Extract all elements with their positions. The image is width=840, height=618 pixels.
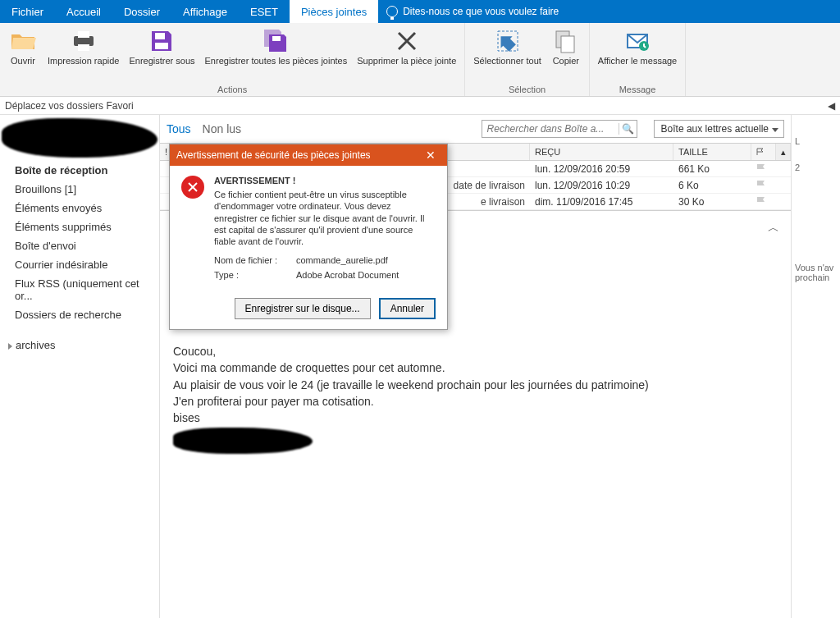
message-body: Coucou, Voici ma commande de croquettes …	[173, 343, 778, 454]
security-warning-dialog: Avertissement de sécurité des pièces joi…	[169, 144, 448, 330]
ribbon-enregistrer-sous[interactable]: Enregistrer sous	[124, 25, 199, 83]
sidebar-archives-label: archives	[16, 339, 55, 351]
ribbon-group-label: Message	[619, 83, 656, 96]
svg-rect-4	[155, 43, 168, 49]
ribbon-label: Copier	[553, 56, 579, 66]
col-recu[interactable]: REÇU	[530, 144, 673, 160]
col-flag[interactable]	[751, 144, 776, 160]
file-label: Nom de fichier :	[214, 255, 296, 265]
svg-rect-2	[78, 44, 89, 51]
search-input[interactable]	[482, 123, 619, 135]
filter-unread[interactable]: Non lus	[203, 122, 241, 135]
cancel-button[interactable]: Annuler	[379, 298, 436, 319]
tab-fichier[interactable]: Fichier	[0, 0, 55, 23]
ribbon-ouvrir[interactable]: Ouvrir	[3, 25, 43, 83]
svg-rect-1	[78, 31, 89, 38]
folder-sidebar: Boîte de réception Brouillons [1] Élémen…	[0, 115, 160, 618]
ribbon-selectionner-tout[interactable]: Sélectionner tout	[468, 25, 546, 83]
ribbon-group-actions: Ouvrir Impression rapide Enregistrer sou…	[0, 23, 465, 96]
search-box[interactable]: 🔍	[482, 120, 637, 138]
tab-affichage[interactable]: Affichage	[171, 0, 239, 23]
sidebar-sent[interactable]: Éléments envoyés	[0, 199, 159, 217]
ribbon-label: Enregistrer sous	[129, 56, 194, 66]
dialog-titlebar: Avertissement de sécurité des pièces joi…	[170, 144, 447, 166]
printer-icon	[71, 28, 97, 54]
row-flag[interactable]	[751, 180, 776, 191]
body-line: bises	[173, 410, 778, 426]
sidebar-archives[interactable]: archives	[0, 336, 159, 355]
rightpane-text: prochain	[795, 272, 837, 282]
save-icon	[148, 28, 175, 54]
importance-icon: !	[165, 147, 167, 157]
svg-rect-10	[561, 36, 574, 53]
copy-icon	[553, 28, 579, 54]
select-all-icon	[495, 28, 521, 54]
tell-me-search[interactable]: Dites-nous ce que vous voulez faire	[378, 0, 567, 23]
save-all-icon	[262, 28, 289, 54]
ribbon-group-label: Actions	[217, 83, 247, 96]
row-size: 6 Ko	[673, 180, 751, 191]
right-pane: L 2 Vous n'av prochain	[791, 115, 840, 618]
svg-rect-5	[272, 36, 281, 41]
rightpane-text: Vous n'av	[795, 263, 837, 272]
ribbon-supprimer-pj[interactable]: Supprimer la pièce jointe	[352, 25, 461, 83]
ribbon-label: Enregistrer toutes les pièces jointes	[205, 56, 348, 66]
sidebar-outbox[interactable]: Boîte d'envoi	[0, 236, 159, 255]
scroll-up-icon[interactable]: ▴	[776, 144, 791, 160]
close-icon[interactable]: ✕	[421, 149, 441, 162]
row-date: lun. 12/09/2016 20:59	[530, 163, 673, 175]
ribbon-group-message: Afficher le message Message	[590, 23, 686, 96]
filter-all[interactable]: Tous	[167, 122, 191, 135]
sidebar-inbox[interactable]: Boîte de réception	[0, 161, 159, 180]
ribbon-label: Sélectionner tout	[473, 56, 541, 66]
sidebar-deleted[interactable]: Éléments supprimés	[0, 217, 159, 236]
list-header: Tous Non lus 🔍 Boîte aux lettres actuell…	[160, 115, 791, 143]
flag-icon	[756, 196, 766, 204]
ribbon-afficher-message[interactable]: Afficher le message	[593, 25, 682, 83]
favorites-bar: Déplacez vos dossiers Favori ◀	[0, 97, 840, 115]
dialog-paragraph: Ce fichier contient peut-être un virus s…	[214, 189, 436, 247]
tab-eset[interactable]: ESET	[239, 0, 290, 23]
bulb-icon	[386, 6, 398, 17]
col-taille[interactable]: TAILLE	[673, 144, 751, 160]
ribbon-label: Afficher le message	[598, 56, 677, 66]
flag-icon	[756, 180, 766, 188]
favorites-collapse-icon[interactable]: ◀	[828, 100, 835, 112]
search-icon[interactable]: 🔍	[619, 123, 637, 135]
ribbon: Ouvrir Impression rapide Enregistrer sou…	[0, 23, 840, 97]
ribbon-enregistrer-toutes[interactable]: Enregistrer toutes les pièces jointes	[200, 25, 353, 83]
tab-dossier[interactable]: Dossier	[112, 0, 171, 23]
row-flag[interactable]	[751, 163, 776, 175]
save-to-disk-button[interactable]: Enregistrer sur le disque...	[235, 298, 371, 319]
file-value: commande_aurelie.pdf	[296, 255, 388, 265]
row-flag[interactable]	[751, 196, 776, 208]
body-line: Au plaisir de vous voir le 24 (je travai…	[173, 377, 778, 393]
sidebar-junk[interactable]: Courrier indésirable	[0, 255, 159, 274]
flag-icon	[756, 163, 766, 172]
redacted-signature	[173, 428, 313, 454]
ribbon-group-label: Sélection	[509, 83, 546, 96]
search-scope-dropdown[interactable]: Boîte aux lettres actuelle	[654, 120, 784, 138]
rightpane-label: L	[795, 136, 837, 146]
dialog-heading: AVERTISSEMENT !	[214, 176, 436, 185]
ribbon-impression-rapide[interactable]: Impression rapide	[43, 25, 124, 83]
message-icon	[624, 28, 651, 54]
body-line: Coucou,	[173, 343, 778, 359]
x-icon	[394, 28, 420, 54]
dialog-title: Avertissement de sécurité des pièces joi…	[176, 149, 371, 161]
rightpane-label: 2	[795, 163, 837, 172]
svg-rect-3	[155, 33, 165, 39]
collapse-header-icon[interactable]: ︿	[768, 221, 779, 236]
sidebar-search-folders[interactable]: Dossiers de recherche	[0, 305, 159, 324]
sidebar-drafts[interactable]: Brouillons [1]	[0, 180, 159, 199]
sidebar-rss[interactable]: Flux RSS (uniquement cet or...	[0, 274, 159, 305]
ribbon-copier[interactable]: Copier	[546, 25, 586, 83]
row-size: 661 Ko	[673, 163, 751, 175]
favorites-label: Déplacez vos dossiers Favori	[5, 100, 134, 112]
tab-accueil[interactable]: Accueil	[55, 0, 112, 23]
type-value: Adobe Acrobat Document	[296, 270, 399, 280]
ribbon-group-selection: Sélectionner tout Copier Sélection	[465, 23, 590, 96]
tab-pieces-jointes[interactable]: Pièces jointes	[290, 0, 378, 23]
warning-icon	[181, 176, 204, 199]
row-date: lun. 12/09/2016 10:29	[530, 180, 673, 191]
